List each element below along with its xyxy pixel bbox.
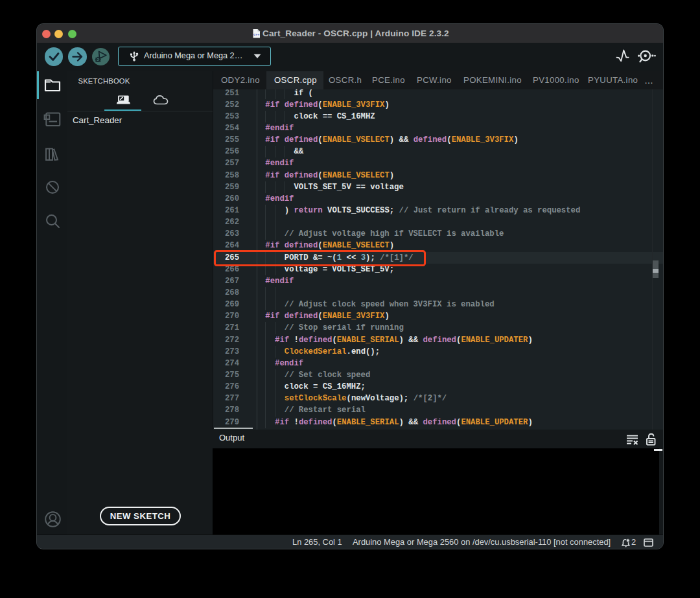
svg-text:c++: c++ [253,32,259,36]
